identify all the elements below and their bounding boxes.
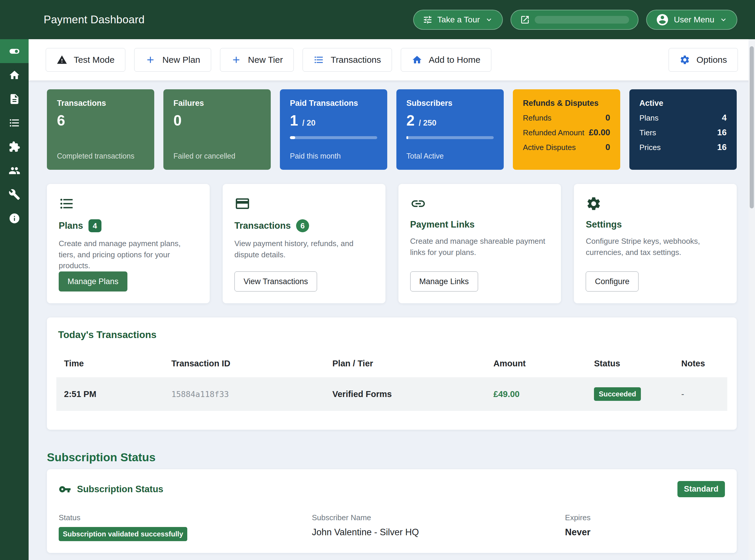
add-to-home-button[interactable]: Add to Home xyxy=(401,48,491,72)
progress-bar xyxy=(406,136,494,139)
stat-card-paid-transactions: Paid Transactions 1 / 20 Paid this month xyxy=(280,89,387,170)
column-header-notes: Notes xyxy=(674,350,727,377)
field-status: Status Subscription validated successful… xyxy=(59,513,312,541)
kv-value: £0.00 xyxy=(589,127,610,137)
home-icon xyxy=(8,69,20,81)
new-plan-label: New Plan xyxy=(162,55,200,65)
home-icon xyxy=(412,55,422,65)
kv-label: Active Disputes xyxy=(523,143,576,152)
test-mode-button[interactable]: Test Mode xyxy=(46,48,125,72)
status-badge: Succeeded xyxy=(594,387,641,401)
external-link-icon xyxy=(520,15,530,25)
kv-label: Tiers xyxy=(639,128,656,137)
sidebar-item-toggle[interactable] xyxy=(0,39,28,63)
stat-value: 2 xyxy=(406,112,415,129)
feature-title: Settings xyxy=(586,219,622,230)
feature-description: Create and manage payment plans, tiers, … xyxy=(59,238,198,272)
subscriber-name: John Valentine - Silver HQ xyxy=(312,527,565,538)
options-button[interactable]: Options xyxy=(669,48,738,72)
tier-badge: Standard xyxy=(677,481,725,497)
field-expires: Expires Never xyxy=(565,513,725,541)
feature-card-payment-links: Payment Links Create and manage shareabl… xyxy=(399,184,561,303)
sidebar-item-addons[interactable] xyxy=(0,135,28,159)
credit-card-icon xyxy=(234,196,250,212)
column-header-time: Time xyxy=(56,350,164,377)
main-content: Transactions 6 Completed transactions Fa… xyxy=(28,80,755,560)
kv-value: 0 xyxy=(605,142,610,152)
feature-description: Configure Stripe keys, webhooks, currenc… xyxy=(586,236,725,258)
stat-kv-row: Refunds 0 xyxy=(523,113,610,123)
stat-value-line: 1 / 20 xyxy=(290,112,377,129)
manage-links-button[interactable]: Manage Links xyxy=(410,272,478,292)
field-subscriber-name: Subscriber Name John Valentine - Silver … xyxy=(312,513,565,541)
list-icon xyxy=(313,55,324,65)
document-icon xyxy=(8,93,20,105)
chevron-down-icon xyxy=(485,15,493,24)
user-menu-button[interactable]: User Menu xyxy=(646,10,737,30)
sidebar-item-tools[interactable] xyxy=(0,182,28,206)
stat-subtitle: Total Active xyxy=(406,152,494,160)
validation-badge: Subscription validated successfully xyxy=(59,527,187,541)
new-plan-button[interactable]: New Plan xyxy=(134,48,211,72)
feature-title-row: Transactions 6 xyxy=(234,219,374,232)
view-transactions-button[interactable]: View Transactions xyxy=(234,272,317,292)
feature-title: Transactions xyxy=(234,220,291,231)
cell-transaction-id: 15884a118f33 xyxy=(164,377,325,411)
kv-label: Refunded Amount xyxy=(523,128,584,137)
feature-card-transactions: Transactions 6 View payment history, ref… xyxy=(222,184,385,303)
stat-card-subscribers: Subscribers 2 / 250 Total Active xyxy=(396,89,504,170)
transactions-table: Time Transaction ID Plan / Tier Amount S… xyxy=(56,350,727,411)
stat-title: Transactions xyxy=(57,99,144,108)
gear-icon xyxy=(679,55,690,65)
users-icon xyxy=(8,165,20,177)
field-label: Subscriber Name xyxy=(312,513,565,522)
page-title: Payment Dashboard xyxy=(44,14,144,26)
stat-kv-row: Active Disputes 0 xyxy=(523,142,610,152)
sidebar-item-info[interactable] xyxy=(0,206,28,230)
stat-title: Subscribers xyxy=(406,99,494,108)
stat-card-failures: Failures 0 Failed or cancelled xyxy=(163,89,271,170)
redacted-text xyxy=(535,16,629,24)
tour-sliders-icon xyxy=(423,15,433,25)
feature-title-row: Settings xyxy=(586,219,725,230)
table-row: 2:51 PM 15884a118f33 Verified Forms £49.… xyxy=(56,377,727,411)
configure-button[interactable]: Configure xyxy=(586,272,639,292)
scrollbar-thumb[interactable] xyxy=(750,46,754,208)
sidebar-item-home[interactable] xyxy=(0,63,28,87)
test-mode-label: Test Mode xyxy=(74,55,114,65)
manage-plans-button[interactable]: Manage Plans xyxy=(59,272,128,292)
progress-fill xyxy=(406,136,408,139)
new-tier-button[interactable]: New Tier xyxy=(220,48,294,72)
link-icon xyxy=(410,196,426,212)
stat-value-line: 2 / 250 xyxy=(406,112,494,129)
feature-description: View payment history, refunds, and dispu… xyxy=(234,238,374,260)
sidebar-item-list[interactable] xyxy=(0,111,28,135)
expires-value: Never xyxy=(565,527,725,538)
table-header-row: Time Transaction ID Plan / Tier Amount S… xyxy=(56,350,727,377)
stat-value: 0 xyxy=(173,112,261,129)
plus-icon xyxy=(145,55,156,65)
sidebar-item-users[interactable] xyxy=(0,159,28,182)
feature-title: Plans xyxy=(59,220,83,231)
kv-value: 4 xyxy=(722,113,727,123)
field-label: Expires xyxy=(565,513,725,522)
cell-plan-tier: Verified Forms xyxy=(325,377,486,411)
column-header-plan-tier: Plan / Tier xyxy=(325,350,486,377)
feature-cards-row: Plans 4 Create and manage payment plans,… xyxy=(47,184,737,303)
chevron-down-icon xyxy=(719,15,728,24)
kv-label: Plans xyxy=(639,114,659,123)
new-tier-label: New Tier xyxy=(248,55,283,65)
sidebar-item-documents[interactable] xyxy=(0,87,28,111)
kv-value: 16 xyxy=(717,142,727,152)
cell-status: Succeeded xyxy=(586,377,674,411)
scrollbar[interactable] xyxy=(749,39,755,560)
open-external-button[interactable] xyxy=(510,10,639,30)
take-a-tour-button[interactable]: Take a Tour xyxy=(413,10,503,30)
transactions-button[interactable]: Transactions xyxy=(303,48,392,72)
progress-fill xyxy=(290,136,295,139)
kv-label: Refunds xyxy=(523,114,551,123)
stat-kv-row: Plans 4 xyxy=(639,113,727,123)
stat-value: 6 xyxy=(57,112,144,129)
stat-kv-row: Prices 16 xyxy=(639,142,727,152)
progress-bar xyxy=(290,136,377,139)
